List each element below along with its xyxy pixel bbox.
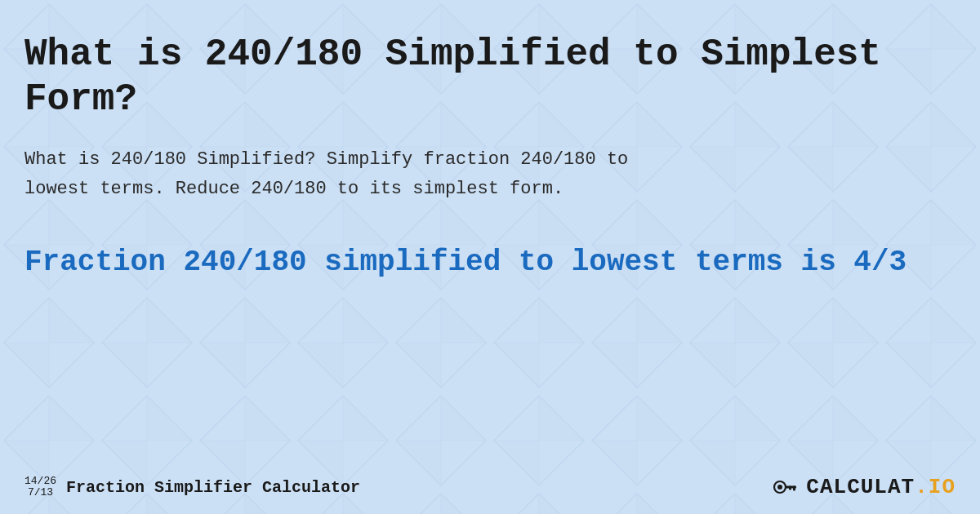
result-heading: Fraction 240/180 simplified to lowest te… <box>24 244 956 282</box>
fraction-top: 14/26 <box>24 476 56 487</box>
logo-icon <box>772 475 801 499</box>
footer-fraction: 14/26 7/13 <box>24 476 56 499</box>
logo-text: CALCULAT.IO <box>806 475 956 499</box>
page-title: What is 240/180 Simplified to Simplest F… <box>24 33 956 122</box>
fraction-bottom: 7/13 <box>28 487 53 498</box>
svg-rect-11 <box>789 486 791 490</box>
description-text: What is 240/180 Simplified? Simplify fra… <box>24 145 662 202</box>
footer-logo: CALCULAT.IO <box>772 475 956 499</box>
svg-point-8 <box>777 485 782 490</box>
footer-title: Fraction Simplifier Calculator <box>66 478 360 497</box>
footer: 14/26 7/13 Fraction Simplifier Calculato… <box>0 475 980 499</box>
svg-rect-10 <box>793 486 795 491</box>
